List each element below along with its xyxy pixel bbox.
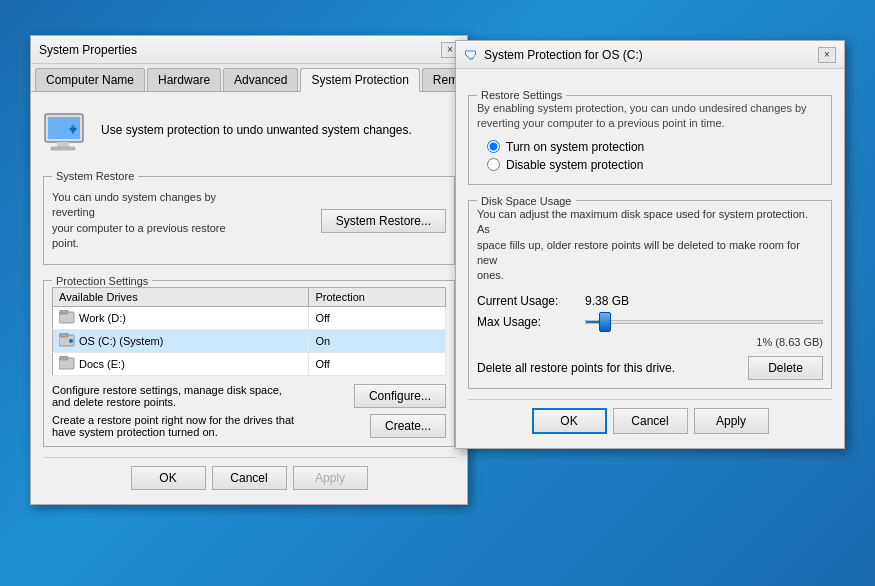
- current-usage-row: Current Usage: 9.38 GB: [477, 294, 823, 308]
- drive-protection: Off: [309, 306, 446, 329]
- disable-label: Disable system protection: [506, 158, 643, 172]
- disk-space-legend: Disk Space Usage: [477, 195, 576, 207]
- slider-pct-label: 1% (8.63 GB): [477, 336, 823, 348]
- disk-space-fieldset: Disk Space Usage You can adjust the maxi…: [468, 195, 832, 389]
- slider-thumb[interactable]: [599, 312, 611, 332]
- drive-cell: OS (C:) (System): [53, 329, 309, 352]
- svg-rect-10: [60, 356, 68, 360]
- restore-description: You can undo system changes by reverting…: [52, 190, 252, 252]
- drives-table: Available Drives Protection Work (D:): [52, 287, 446, 376]
- ok-button[interactable]: OK: [532, 408, 607, 434]
- close-button[interactable]: ×: [818, 47, 836, 63]
- delete-row: Delete all restore points for this drive…: [477, 356, 823, 380]
- slider-track: [585, 320, 823, 324]
- dialog-title: System Properties: [39, 43, 137, 57]
- disable-radio[interactable]: [487, 158, 500, 171]
- sys-props-title-text: System Properties: [39, 43, 137, 57]
- current-usage-value: 9.38 GB: [585, 294, 629, 308]
- table-row[interactable]: Work (D:) Off: [53, 306, 446, 329]
- sys-prot-title: 🛡 System Protection for OS (C:): [464, 47, 643, 63]
- turn-on-radio[interactable]: [487, 140, 500, 153]
- delete-text: Delete all restore points for this drive…: [477, 361, 675, 375]
- tab-system-protection[interactable]: System Protection: [300, 68, 419, 92]
- configure-row: Configure restore settings, manage disk …: [52, 384, 446, 408]
- drive-name: Docs (E:): [79, 358, 125, 370]
- svg-rect-2: [57, 142, 69, 147]
- drive-icon: [59, 333, 75, 349]
- configure-label: Configure restore settings, manage disk …: [52, 384, 282, 408]
- system-restore-button[interactable]: System Restore...: [321, 209, 446, 233]
- protection-settings-legend: Protection Settings: [52, 275, 152, 287]
- system-restore-section: System Restore You can undo system chang…: [43, 170, 455, 265]
- restore-settings-legend: Restore Settings: [477, 89, 566, 101]
- drive-cell: Docs (E:): [53, 352, 309, 375]
- apply-button[interactable]: Apply: [293, 466, 368, 490]
- max-usage-slider-container: [585, 312, 823, 332]
- restore-row: You can undo system changes by reverting…: [52, 186, 446, 256]
- drive-icon: [59, 310, 75, 326]
- header-text: Use system protection to undo unwanted s…: [101, 123, 412, 137]
- system-protection-os-dialog: 🛡 System Protection for OS (C:) × Restor…: [455, 40, 845, 449]
- restore-settings-desc: By enabling system protection, you can u…: [477, 101, 823, 132]
- turn-on-label: Turn on system protection: [506, 140, 644, 154]
- create-row: Create a restore point right now for the…: [52, 414, 446, 438]
- svg-point-8: [69, 339, 73, 343]
- sys-prot-content: Restore Settings By enabling system prot…: [456, 69, 844, 448]
- dialog-content: Use system protection to undo unwanted s…: [31, 92, 467, 504]
- tab-advanced[interactable]: Advanced: [223, 68, 298, 91]
- drive-protection: On: [309, 329, 446, 352]
- tab-hardware[interactable]: Hardware: [147, 68, 221, 91]
- apply-button[interactable]: Apply: [694, 408, 769, 434]
- system-properties-dialog: System Properties × Computer Name Hardwa…: [30, 35, 468, 505]
- drive-protection: Off: [309, 352, 446, 375]
- disk-description: You can adjust the maximum disk space us…: [477, 207, 823, 284]
- turn-on-row: Turn on system protection: [487, 140, 823, 154]
- svg-rect-7: [60, 333, 68, 337]
- table-row[interactable]: OS (C:) (System) On: [53, 329, 446, 352]
- ok-button[interactable]: OK: [131, 466, 206, 490]
- delete-button[interactable]: Delete: [748, 356, 823, 380]
- max-usage-row: Max Usage:: [477, 312, 823, 332]
- drive-name: OS (C:) (System): [79, 335, 163, 347]
- drive-cell: Work (D:): [53, 306, 309, 329]
- cancel-button[interactable]: Cancel: [212, 466, 287, 490]
- col-drives: Available Drives: [53, 287, 309, 306]
- protection-settings-section: Protection Settings Available Drives Pro…: [43, 275, 455, 447]
- svg-rect-3: [51, 147, 75, 150]
- svg-rect-5: [60, 310, 68, 314]
- drive-icon: [59, 356, 75, 372]
- col-protection: Protection: [309, 287, 446, 306]
- sys-prot-title-text: System Protection for OS (C:): [484, 48, 643, 62]
- system-restore-legend: System Restore: [52, 170, 138, 182]
- sys-prot-title-bar: 🛡 System Protection for OS (C:) ×: [456, 41, 844, 69]
- create-button[interactable]: Create...: [370, 414, 446, 438]
- tab-computer-name[interactable]: Computer Name: [35, 68, 145, 91]
- drive-name: Work (D:): [79, 312, 126, 324]
- cancel-button[interactable]: Cancel: [613, 408, 688, 434]
- current-usage-label: Current Usage:: [477, 294, 577, 308]
- disable-row: Disable system protection: [487, 158, 823, 172]
- table-row[interactable]: Docs (E:) Off: [53, 352, 446, 375]
- configure-button[interactable]: Configure...: [354, 384, 446, 408]
- dialog-buttons: OK Cancel Apply: [43, 457, 455, 494]
- system-properties-title-bar: System Properties ×: [31, 36, 467, 64]
- shield-icon: 🛡: [464, 47, 478, 63]
- tab-bar: Computer Name Hardware Advanced System P…: [31, 64, 467, 92]
- restore-settings-fieldset: Restore Settings By enabling system prot…: [468, 89, 832, 185]
- shield-computer-icon: [43, 106, 91, 154]
- sys-prot-buttons: OK Cancel Apply: [468, 399, 832, 438]
- title-controls: ×: [818, 47, 836, 63]
- header-section: Use system protection to undo unwanted s…: [43, 102, 455, 158]
- max-usage-label: Max Usage:: [477, 315, 577, 329]
- create-label: Create a restore point right now for the…: [52, 414, 294, 438]
